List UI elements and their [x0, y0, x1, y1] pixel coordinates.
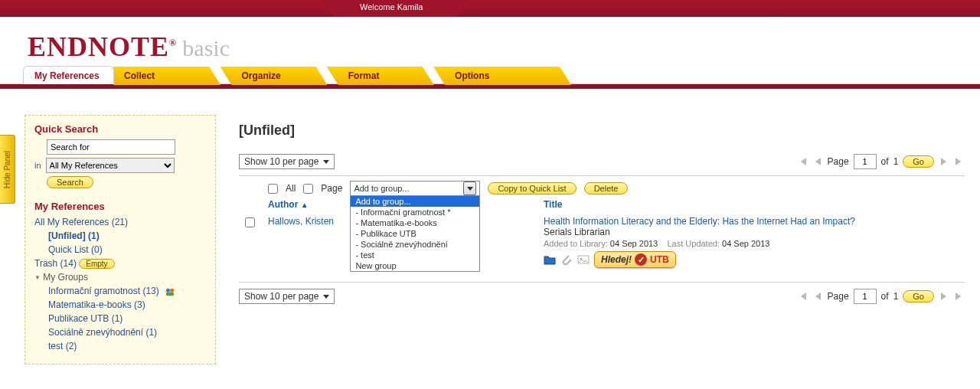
logo: ENDNOTE® basic	[0, 17, 980, 66]
updated-date: 04 Sep 2013	[722, 239, 769, 248]
tab-format[interactable]: Format	[327, 67, 434, 85]
select-page-checkbox[interactable]	[303, 184, 313, 194]
my-groups-header: My Groups	[43, 272, 88, 283]
show-per-page-select[interactable]: Show 10 per page	[239, 154, 335, 169]
page-total: 1	[893, 156, 899, 167]
delete-button[interactable]: Delete	[584, 182, 629, 194]
dropdown-option[interactable]: - Publikace UTB	[351, 228, 479, 239]
logo-reg: ®	[169, 38, 177, 48]
main-content: [Unfiled] Show 10 per page Page of 1 Go …	[216, 112, 980, 364]
select-page-label: Page	[321, 183, 342, 194]
sidebar-group-0[interactable]: Informační gramotnost (13)	[48, 286, 159, 296]
sidebar-all-refs[interactable]: All My References (21)	[34, 217, 128, 227]
hledej-label: Hledej!	[601, 254, 632, 265]
pager-top: Page of 1 Go	[797, 154, 965, 169]
svg-point-0	[166, 289, 170, 293]
tab-organize[interactable]: Organize	[220, 67, 327, 85]
page-title: [Unfiled]	[239, 123, 965, 139]
select-all-label: All	[286, 183, 296, 194]
of-label: of	[881, 156, 889, 167]
go-button[interactable]: Go	[903, 155, 934, 168]
dropdown-option[interactable]: - test	[351, 250, 479, 260]
prev-page-icon[interactable]	[812, 156, 823, 167]
record-source: Serials Librarian	[544, 227, 965, 237]
tab-options[interactable]: Options	[433, 67, 571, 85]
last-page-icon[interactable]	[954, 156, 965, 167]
triangle-down-icon: ▼	[34, 274, 41, 281]
sidebar-group-3[interactable]: Sociálně znevýhodnění (1)	[48, 327, 157, 338]
first-page-icon[interactable]	[797, 156, 808, 167]
prev-page-icon[interactable]	[812, 291, 823, 302]
folder-icon[interactable]	[544, 254, 556, 265]
select-all-checkbox[interactable]	[268, 184, 278, 194]
sidebar: Quick Search in All My References Search…	[24, 115, 216, 364]
first-page-icon[interactable]	[797, 291, 808, 302]
dropdown-option[interactable]: - Sociálně znevýhodnění	[351, 239, 479, 250]
sidebar-unfiled[interactable]: [Unfiled] (1)	[48, 230, 100, 241]
search-button[interactable]: Search	[47, 176, 93, 188]
added-date: 04 Sep 2013	[610, 239, 658, 248]
utb-label: UTB	[650, 254, 669, 265]
attachment-icon[interactable]	[560, 254, 573, 265]
nav-tabs: My References Collect Organize Format Op…	[0, 66, 980, 84]
table-header: Author ▲ Title	[239, 199, 965, 211]
svg-point-1	[170, 289, 174, 293]
dropdown-option[interactable]: New group	[351, 260, 479, 271]
show-per-page-label: Show 10 per page	[244, 156, 318, 167]
dropdown-list: Add to group... - Informační gramotnost …	[350, 195, 480, 272]
chevron-down-icon	[323, 295, 329, 299]
hide-panel-label: Hide Panel	[3, 151, 11, 188]
search-input[interactable]	[47, 139, 175, 155]
page-input-bottom[interactable]	[854, 289, 877, 304]
chevron-down-icon	[323, 160, 329, 164]
last-page-icon[interactable]	[954, 291, 965, 302]
of-label: of	[881, 291, 889, 302]
tab-collect[interactable]: Collect	[113, 67, 220, 85]
shared-icon	[165, 287, 175, 296]
copy-to-quicklist-button[interactable]: Copy to Quick List	[488, 182, 576, 194]
add-to-group-dropdown[interactable]: Add to group... Add to group... - Inform…	[350, 181, 480, 196]
next-page-icon[interactable]	[939, 291, 949, 302]
sidebar-trash[interactable]: Trash (14)	[34, 258, 77, 269]
table-row: Hallows, Kristen Health Information Lite…	[239, 211, 965, 268]
image-icon[interactable]	[577, 254, 590, 265]
hide-panel-button[interactable]: Hide Panel	[0, 135, 15, 204]
updated-label: Last Updated:	[667, 239, 720, 248]
row-checkbox[interactable]	[245, 217, 255, 227]
sort-asc-icon: ▲	[301, 201, 309, 209]
search-scope-select[interactable]: All My References	[46, 158, 175, 173]
empty-trash-button[interactable]: Empty	[79, 259, 114, 269]
sidebar-group-4[interactable]: test (2)	[48, 341, 77, 351]
page-label: Page	[828, 291, 849, 302]
my-references-title: My References	[34, 201, 206, 212]
svg-rect-2	[166, 293, 174, 296]
next-page-icon[interactable]	[939, 156, 949, 167]
logo-sub: basic	[182, 35, 230, 60]
dropdown-option[interactable]: - Matematika-e-books	[351, 217, 479, 228]
top-bar: Welcome Kamila	[0, 0, 980, 17]
utb-swirl-icon: ✓	[635, 253, 647, 266]
sidebar-group-1[interactable]: Matematika-e-books (3)	[48, 299, 145, 310]
in-label: in	[34, 161, 41, 170]
pager-bottom: Page of 1 Go	[797, 289, 965, 304]
go-button-bottom[interactable]: Go	[903, 290, 934, 302]
sidebar-group-2[interactable]: Publikace UTB (1)	[48, 313, 122, 324]
page-input[interactable]	[854, 154, 877, 169]
col-author[interactable]: Author	[268, 199, 298, 210]
page-label: Page	[828, 156, 849, 167]
tab-my-references[interactable]: My References	[23, 66, 114, 84]
col-title[interactable]: Title	[544, 199, 562, 210]
welcome-tab: Welcome Kamila	[322, 0, 469, 17]
dropdown-option[interactable]: Add to group...	[351, 196, 479, 207]
show-per-page-select-bottom[interactable]: Show 10 per page	[239, 289, 335, 304]
dropdown-option[interactable]: - Informační gramotnost *	[351, 207, 479, 217]
show-per-page-label: Show 10 per page	[244, 291, 318, 302]
chevron-down-icon	[467, 187, 473, 191]
quick-search-title: Quick Search	[34, 123, 206, 135]
added-label: Added to Library:	[544, 239, 608, 248]
record-title-link[interactable]: Health Information Literacy and the Elde…	[544, 216, 855, 227]
page-total: 1	[893, 291, 899, 302]
sidebar-quicklist[interactable]: Quick List (0)	[48, 244, 103, 255]
hledej-button[interactable]: Hledej! ✓ UTB	[594, 251, 676, 268]
logo-text: ENDNOTE	[28, 31, 169, 62]
